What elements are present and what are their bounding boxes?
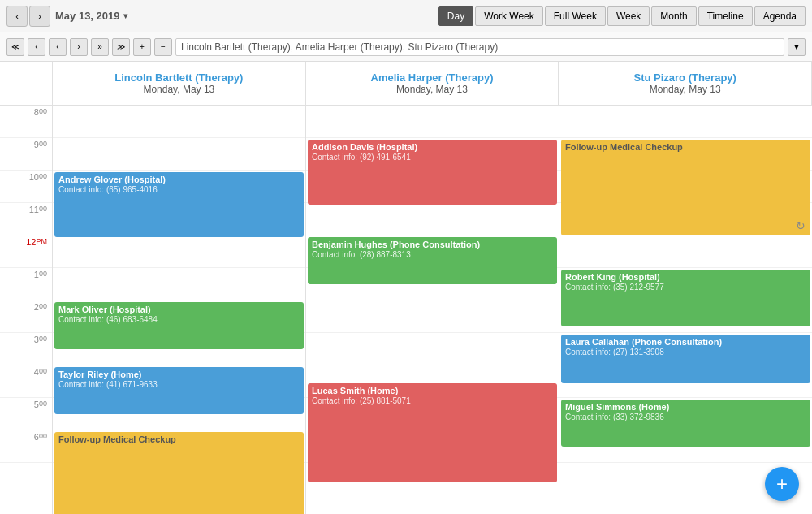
event-benjamin-hughes[interactable]: Benjamin Hughes (Phone Consultation) Con… — [308, 237, 557, 284]
event-title: Miguel Simmons (Home) — [565, 402, 806, 412]
col-1-date: Monday, May 13 — [396, 84, 468, 95]
time-label-4: 4 00 — [0, 365, 52, 398]
event-mark-oliver[interactable]: Mark Oliver (Hospital) Contact info: (46… — [54, 302, 304, 349]
tab-fullweek[interactable]: Full Week — [545, 6, 606, 26]
top-toolbar: ‹ › May 13, 2019 ▾ Day Work Week Full We… — [0, 0, 812, 32]
column-headers: Lincoln Bartlett (Therapy) Monday, May 1… — [53, 62, 812, 106]
event-title: Mark Oliver (Hospital) — [58, 305, 300, 314]
nav-arrows: ‹ › — [6, 6, 50, 27]
time-label-6: 6 00 — [0, 430, 52, 463]
event-title: Lucas Smith (Home) — [312, 386, 553, 395]
event-robert-king[interactable]: Robert King (Hospital) Contact info: (35… — [561, 270, 810, 326]
time-labels: 8 00 9 00 10 00 11 00 12 PM 1 00 2 00 3 … — [0, 106, 53, 514]
col-0-name: Lincoln Bartlett (Therapy) — [114, 71, 243, 84]
nav-prev-button[interactable]: ‹ — [6, 6, 28, 27]
event-detail: Contact info: (65) 965-4016 — [58, 185, 300, 194]
time-label-8: 8 00 — [0, 106, 52, 138]
nav-next4-button[interactable]: » — [91, 38, 109, 56]
col-0-date: Monday, May 13 — [143, 84, 214, 95]
col-header-2: Stu Pizaro (Therapy) Monday, May 13 — [559, 62, 812, 105]
nav-prev2-button[interactable]: ‹ — [28, 38, 45, 56]
tab-day[interactable]: Day — [438, 6, 473, 26]
day-col-2: Follow-up Medical Checkup ↻ Robert King … — [559, 106, 812, 514]
tab-week[interactable]: Week — [607, 6, 650, 26]
add-event-fab[interactable]: + — [765, 467, 799, 501]
event-addison-davis[interactable]: Addison Davis (Hospital) Contact info: (… — [308, 140, 557, 205]
event-title: Benjamin Hughes (Phone Consultation) — [312, 240, 553, 249]
event-detail: Contact info: (28) 887-8313 — [312, 250, 553, 259]
tab-agenda[interactable]: Agenda — [754, 6, 806, 26]
time-label-10: 10 00 — [0, 171, 52, 203]
event-andrew-glover[interactable]: Andrew Glover (Hospital) Contact info: (… — [54, 172, 304, 237]
event-title: Andrew Glover (Hospital) — [58, 175, 300, 184]
event-detail: Contact info: (46) 683-6484 — [58, 315, 300, 324]
zoom-out-button[interactable]: − — [154, 38, 172, 56]
time-gutter: 8 00 9 00 10 00 11 00 12 PM 1 00 2 00 3 … — [0, 62, 53, 514]
event-title: Taylor Riley (Home) — [58, 369, 300, 379]
date-text: May 13, 2019 — [55, 10, 120, 22]
day-col-1: Addison Davis (Hospital) Contact info: (… — [306, 106, 559, 514]
zoom-in-button[interactable]: + — [133, 38, 151, 56]
event-detail: Contact info: (35) 212-9577 — [565, 283, 806, 292]
event-detail: Contact info: (25) 881-5071 — [312, 396, 553, 405]
resource-field[interactable]: Lincoln Bartlett (Therapy), Amelia Harpe… — [175, 38, 784, 56]
tab-timeline[interactable]: Timeline — [698, 6, 753, 26]
col-1-name: Amelia Harper (Therapy) — [371, 71, 494, 84]
day-columns-scroll: Andrew Glover (Hospital) Contact info: (… — [53, 106, 812, 514]
event-detail: Contact info: (92) 491-6541 — [312, 153, 553, 162]
tab-workweek[interactable]: Work Week — [475, 6, 543, 26]
day-col-0: Andrew Glover (Hospital) Contact info: (… — [53, 106, 306, 514]
event-detail: Contact info: (33) 372-9836 — [565, 412, 806, 421]
event-title: Addison Davis (Hospital) — [312, 142, 553, 152]
time-label-12: 12 PM — [0, 235, 52, 268]
event-followup-0[interactable]: Follow-up Medical Checkup ↻ — [54, 432, 304, 514]
nav-last-button[interactable]: ≫ — [112, 38, 130, 56]
event-followup-2[interactable]: Follow-up Medical Checkup ↻ — [561, 140, 810, 235]
nav-prev3-button[interactable]: ‹ — [49, 38, 67, 56]
event-title: Laura Callahan (Phone Consultation) — [565, 337, 806, 347]
event-taylor-riley[interactable]: Taylor Riley (Home) Contact info: (41) 6… — [54, 367, 304, 414]
recur-icon: ↻ — [796, 219, 806, 232]
tab-month[interactable]: Month — [651, 6, 696, 26]
gutter-header — [0, 62, 53, 106]
calendar-columns: Lincoln Bartlett (Therapy) Monday, May 1… — [53, 62, 812, 514]
event-lucas-smith[interactable]: Lucas Smith (Home) Contact info: (25) 88… — [308, 383, 557, 482]
time-label-9: 9 00 — [0, 138, 52, 171]
event-detail: Contact info: (27) 131-3908 — [565, 348, 806, 356]
event-title: Follow-up Medical Checkup — [565, 142, 806, 152]
event-laura-callahan[interactable]: Laura Callahan (Phone Consultation) Cont… — [561, 335, 810, 383]
time-label-3: 3 00 — [0, 333, 52, 365]
time-label-11: 11 00 — [0, 203, 52, 235]
col-2-name: Stu Pizaro (Therapy) — [633, 71, 736, 84]
col-2-date: Monday, May 13 — [650, 84, 721, 95]
time-label-1: 1 00 — [0, 268, 52, 300]
col-header-1: Amelia Harper (Therapy) Monday, May 13 — [306, 62, 559, 105]
date-label[interactable]: May 13, 2019 ▾ — [55, 10, 127, 22]
nav-next3-button[interactable]: › — [70, 38, 88, 56]
chevron-down-icon: ▾ — [123, 11, 127, 20]
calendar-body: 8 00 9 00 10 00 11 00 12 PM 1 00 2 00 3 … — [0, 62, 812, 514]
col-header-0: Lincoln Bartlett (Therapy) Monday, May 1… — [53, 62, 306, 105]
resource-dropdown-button[interactable]: ▼ — [788, 38, 806, 56]
nav-next-button[interactable]: › — [29, 6, 50, 27]
event-detail: Contact info: (41) 671-9633 — [58, 380, 300, 389]
plus-icon: + — [776, 473, 788, 495]
event-miguel-simmons[interactable]: Miguel Simmons (Home) Contact info: (33)… — [561, 400, 810, 447]
time-label-5: 5 00 — [0, 398, 52, 430]
view-tabs: Day Work Week Full Week Week Month Timel… — [438, 6, 806, 26]
event-title: Follow-up Medical Checkup — [58, 434, 300, 444]
time-label-2: 2 00 — [0, 300, 52, 333]
nav-first-button[interactable]: ≪ — [6, 38, 24, 56]
second-toolbar: ≪ ‹ ‹ › » ≫ + − Lincoln Bartlett (Therap… — [0, 32, 812, 62]
event-title: Robert King (Hospital) — [565, 272, 806, 282]
